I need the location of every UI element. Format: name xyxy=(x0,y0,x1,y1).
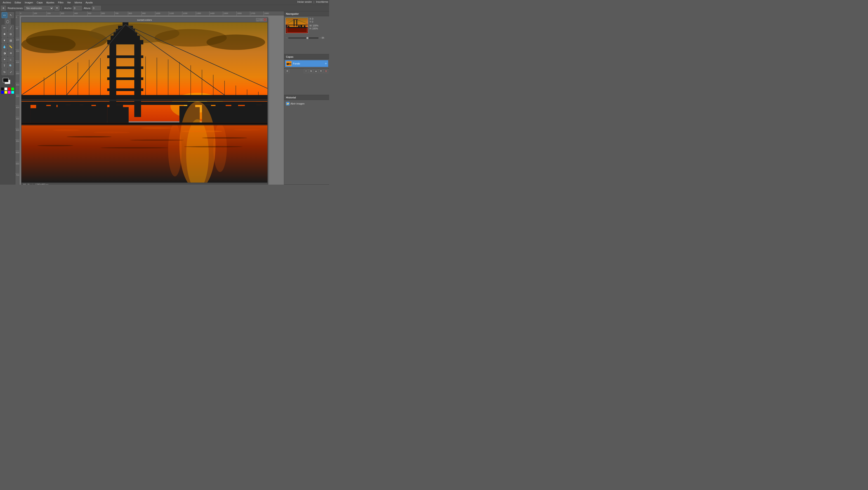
svg-point-86 xyxy=(202,137,247,139)
menu-filtro[interactable]: Filtro xyxy=(56,1,65,4)
menu-editar[interactable]: Editar xyxy=(13,1,23,4)
navigator-panel-header: Navegador xyxy=(284,11,329,16)
menu-imagen[interactable]: Imagen xyxy=(23,1,35,4)
svg-rect-60 xyxy=(122,107,129,123)
layer-row-fondo[interactable]: Fondo 👁 xyxy=(285,60,328,67)
canvas-container[interactable]: sunset-colors _ □ × xyxy=(20,16,284,184)
delete-layer-button[interactable]: 🗑 xyxy=(324,69,328,73)
new-layer-button[interactable]: + xyxy=(304,69,308,73)
svg-point-76 xyxy=(168,123,182,176)
heal-tool[interactable]: ✚ xyxy=(2,31,7,37)
svg-rect-53 xyxy=(71,102,80,123)
tools-panel: ▭ ↖ ◯ ✏ ╱ ✚ ⧉ ▼ ▤ 💧 📏 ◑ ≋ ✦ ⟀ xyxy=(0,11,16,184)
svg-point-88 xyxy=(100,147,168,148)
svg-rect-10 xyxy=(107,40,143,44)
menu-idioma[interactable]: Idioma xyxy=(72,1,84,4)
color-red[interactable] xyxy=(8,87,11,90)
layers-toolbar: ⚙ + ⧉ ▲ ▼ 🗑 xyxy=(284,68,329,74)
color-blue[interactable] xyxy=(1,91,4,94)
menu-ajustes[interactable]: Ajustes xyxy=(44,1,56,4)
history-panel: Historial 📂 Abrir imagen xyxy=(284,95,329,184)
zoom-plus-icon[interactable]: + xyxy=(319,37,321,39)
zoom-display: 84 xyxy=(23,183,26,184)
layers-settings-icon[interactable]: ⚙ xyxy=(285,69,289,73)
image-titlebar: sunset-colors _ □ × xyxy=(22,18,268,22)
nav-thumbnail[interactable] xyxy=(285,18,308,33)
tools-row-1: ▭ ↖ xyxy=(2,12,14,18)
svg-rect-21 xyxy=(22,95,268,99)
fill-tool[interactable]: ▼ xyxy=(2,37,7,44)
navigator-title: Navegador xyxy=(286,12,299,15)
history-item-open[interactable]: 📂 Abrir imagen xyxy=(285,101,328,106)
path-tool[interactable]: ✦ xyxy=(2,57,7,62)
layer-up-button[interactable]: ▲ xyxy=(314,69,318,73)
svg-point-7 xyxy=(206,34,265,50)
dodge-tool[interactable]: ◑ xyxy=(2,50,7,56)
image-canvas[interactable] xyxy=(22,22,268,182)
svg-rect-90 xyxy=(22,123,268,124)
minimize-button[interactable]: _ xyxy=(256,18,259,21)
nav-x-value: 0 xyxy=(312,18,313,20)
anchor-input[interactable] xyxy=(73,6,82,10)
pencil-tool[interactable]: ✏ xyxy=(2,25,7,31)
close-button[interactable]: × xyxy=(264,18,267,21)
layer-down-button[interactable]: ▼ xyxy=(319,69,323,73)
nav-h-value: 100% xyxy=(312,27,318,30)
layer-visibility-icon[interactable]: 👁 xyxy=(325,62,327,65)
gradient-tool[interactable]: ▤ xyxy=(8,37,14,44)
svg-rect-22 xyxy=(22,99,268,101)
menu-ayuda[interactable]: Ayuda xyxy=(84,1,94,4)
ruler-horizontal: 0 100 200 300 400 500 600 700 800 900 10… xyxy=(16,11,284,16)
navigator-content: X: 0 Y: 0 W: 100% H: 100% xyxy=(284,16,329,35)
nav-info: X: 0 Y: 0 W: 100% H: 100% xyxy=(309,18,328,33)
tools-row-4: ✚ ⧉ xyxy=(2,31,14,37)
menu-ver[interactable]: Ver xyxy=(65,1,73,4)
svg-rect-14 xyxy=(118,26,133,29)
tools-row-7: ◑ ≋ xyxy=(2,50,14,56)
svg-rect-103 xyxy=(301,25,302,27)
history-content: 📂 Abrir imagen xyxy=(284,100,329,107)
svg-rect-97 xyxy=(286,25,308,25)
foreground-color-box[interactable] xyxy=(3,78,8,82)
canvas-with-ruler: 0 50 100 150 200 250 300 350 400 450 500… xyxy=(16,16,284,184)
clone-tool[interactable]: ⧉ xyxy=(8,31,14,37)
maximize-button[interactable]: □ xyxy=(260,18,263,21)
zoom-slider[interactable] xyxy=(288,37,318,39)
height-input[interactable] xyxy=(92,6,101,10)
brush-tool[interactable]: ╱ xyxy=(8,25,14,31)
color-yellow[interactable] xyxy=(4,91,7,94)
measure-tool[interactable]: 📏 xyxy=(8,44,14,50)
tool-options-icon[interactable]: ⊕ xyxy=(1,6,6,11)
svg-rect-20 xyxy=(107,88,143,91)
restriction-select[interactable]: Sin restricción Relación de aspecto Tama… xyxy=(24,6,54,10)
color-cyan[interactable] xyxy=(11,91,14,94)
menu-capa[interactable]: Capa xyxy=(35,1,44,4)
menu-archivo[interactable]: Archivo xyxy=(1,1,13,4)
text-tool[interactable]: T xyxy=(2,63,7,69)
register-link[interactable]: Inscribirme xyxy=(316,0,328,3)
color-white[interactable] xyxy=(4,87,7,90)
tools-row-5: ▼ ▤ xyxy=(2,37,14,44)
svg-point-4 xyxy=(22,35,76,53)
tools-row-9: T 🔍 xyxy=(2,63,14,69)
zoom-tool[interactable]: 🔍 xyxy=(8,63,14,69)
smudge-tool[interactable]: ≋ xyxy=(8,50,14,56)
svg-point-87 xyxy=(37,145,73,146)
tools-row-2: ◯ xyxy=(5,19,11,24)
warp-tool[interactable]: ⟀ xyxy=(8,57,14,62)
color-black[interactable] xyxy=(1,87,4,90)
color-magenta[interactable] xyxy=(8,91,11,94)
zoom-thumb[interactable] xyxy=(306,37,309,39)
svg-rect-47 xyxy=(36,102,46,123)
restriction-options-icon[interactable]: ▼ xyxy=(55,6,59,11)
select-rect-tool[interactable]: ▭ xyxy=(2,12,7,18)
eyedropper-tool[interactable]: 💧 xyxy=(2,44,7,50)
login-link[interactable]: Iniciar sesión xyxy=(297,0,312,3)
duplicate-layer-button[interactable]: ⧉ xyxy=(309,69,313,73)
transform-tool[interactable]: ⤢ xyxy=(8,69,14,75)
select-ellipse-tool[interactable]: ◯ xyxy=(5,19,11,24)
select-move-tool[interactable]: ↖ xyxy=(8,12,14,18)
rotate-tool[interactable]: ↻ xyxy=(2,69,7,75)
zoom-minus-icon[interactable]: − xyxy=(286,37,287,39)
color-green[interactable] xyxy=(11,87,14,90)
